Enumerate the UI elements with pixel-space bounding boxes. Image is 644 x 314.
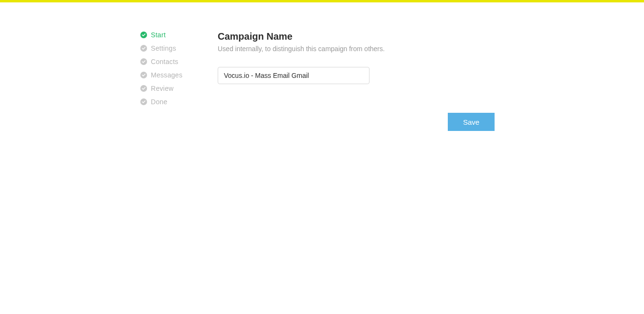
step-label: Contacts [151, 58, 179, 65]
step-done[interactable]: Done [140, 98, 217, 106]
check-circle-icon [140, 85, 147, 92]
campaign-name-input[interactable] [218, 67, 370, 84]
step-label: Settings [151, 44, 176, 52]
step-label: Done [151, 98, 168, 106]
step-contacts[interactable]: Contacts [140, 58, 217, 65]
page-title: Campaign Name [218, 31, 494, 42]
check-circle-icon [140, 72, 147, 78]
step-label: Review [151, 85, 174, 92]
page-subtitle: Used internally, to distinguish this cam… [218, 45, 494, 53]
step-start[interactable]: Start [140, 31, 217, 39]
step-messages[interactable]: Messages [140, 71, 217, 79]
save-button[interactable]: Save [448, 113, 495, 131]
step-settings[interactable]: Settings [140, 44, 217, 52]
check-circle-icon [140, 58, 147, 65]
save-button-label: Save [463, 118, 479, 126]
step-review[interactable]: Review [140, 85, 217, 92]
step-label: Messages [151, 71, 182, 79]
main-content: Campaign Name Used internally, to distin… [217, 31, 494, 131]
check-circle-icon [140, 98, 147, 105]
steps-sidebar: Start Settings Contacts Messages Review [140, 31, 217, 131]
check-circle-icon [140, 32, 147, 38]
page-container: Start Settings Contacts Messages Review [0, 2, 644, 131]
check-circle-icon [140, 45, 147, 52]
step-label: Start [151, 31, 166, 39]
